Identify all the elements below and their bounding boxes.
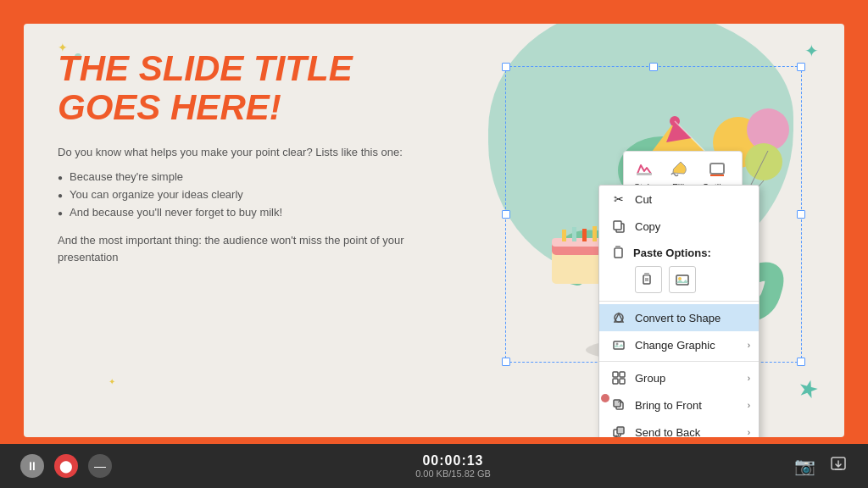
cut-icon: ✂ [611,191,626,207]
send-to-back-chevron: › [748,428,750,437]
cut-menu-item[interactable]: ✂ Cut [599,186,759,213]
slide-body: Do you know what helps you make your poi… [58,144,431,267]
slide-container: ✦ ✦ ★ ✦ THE SLIDE TITLE GOES HERE! Do yo… [24,24,844,437]
style-icon [634,158,654,179]
bullet-item-2: You can organize your ideas clearly [58,186,431,204]
paste-picture-btn[interactable] [669,266,696,293]
svg-rect-36 [615,246,620,249]
slide-left-content: THE SLIDE TITLE GOES HERE! Do you know w… [58,49,431,274]
copy-icon [611,219,626,234]
context-menu: ✂ Cut Copy Paste Options: [598,185,760,437]
bring-to-front-menu-item[interactable]: Bring to Front › [599,391,759,419]
svg-rect-31 [710,164,724,174]
paste-options-section: Paste Options: [599,240,759,298]
change-graphic-icon [611,337,626,352]
bullet-item-1: Because they're simple [58,169,431,186]
svg-rect-38 [644,273,649,276]
svg-rect-50 [620,379,625,384]
svg-rect-22 [582,229,587,241]
export-icon[interactable] [829,455,848,478]
star-bottom-left: ✦ [108,377,115,386]
svg-rect-21 [572,227,576,241]
svg-rect-47 [613,372,618,377]
outline-icon [707,158,727,179]
send-to-back-icon [611,424,626,437]
pause-button[interactable]: ⏸ [20,454,44,478]
convert-icon [611,310,626,325]
svg-point-26 [745,143,782,180]
convert-to-shape-menu-item[interactable]: Convert to Shape [599,304,759,331]
fill-icon [668,158,688,179]
group-menu-item[interactable]: Group › [599,364,759,391]
bring-to-front-icon [611,397,626,413]
slide-title: THE SLIDE TITLE GOES HERE! [58,49,431,127]
camera-icon[interactable]: 📷 [794,456,815,476]
bring-to-front-chevron: › [748,401,750,410]
copy-menu-item[interactable]: Copy [599,213,759,240]
group-chevron: › [748,374,750,383]
group-icon [611,370,626,385]
stop-button[interactable]: ⬤ [54,454,78,478]
bullet-item-3: And because you'll never forget to buy m… [58,204,431,222]
svg-rect-30 [637,173,652,175]
svg-rect-20 [562,230,566,241]
timer-display: 00:00:13 [422,453,483,469]
svg-rect-35 [615,248,622,258]
cursor [601,394,609,402]
paste-keep-source-btn[interactable] [635,266,662,293]
svg-rect-23 [593,226,597,241]
change-graphic-chevron: › [748,341,750,350]
bottom-bar: ⏸ ⬤ — 00:00:13 0.00 KB/15.82 GB 📷 [0,444,868,488]
paste-options-label: Paste Options: [633,247,711,259]
storage-display: 0.00 KB/15.82 GB [415,469,491,479]
svg-rect-34 [614,221,621,230]
svg-rect-48 [620,372,625,377]
send-to-back-menu-item[interactable]: Send to Back › [599,419,759,437]
svg-rect-54 [617,427,624,434]
minimize-button[interactable]: — [88,454,112,478]
svg-rect-37 [643,275,650,284]
svg-rect-41 [676,275,688,285]
change-graphic-menu-item[interactable]: Change Graphic › [599,331,759,358]
svg-rect-49 [613,379,618,384]
paste-icon [611,245,625,261]
